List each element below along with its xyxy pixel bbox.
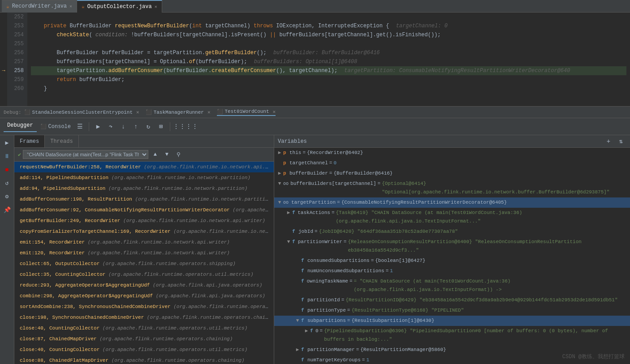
wordcount-close[interactable]: ✕	[273, 109, 276, 115]
frame-item[interactable]: copyFromSerializerToTargetChannel:169, R…	[14, 226, 274, 237]
v-btn-rerun[interactable]: ↺	[1, 177, 13, 189]
frame-item[interactable]: add:94, PipelinedSubpartition (org.apach…	[14, 183, 274, 194]
var-eq: =	[315, 227, 318, 236]
frame-item[interactable]: collect:35, CountingCollector (org.apach…	[14, 269, 274, 280]
step-into-btn[interactable]: ↓	[118, 121, 129, 132]
var-eq: =	[329, 169, 332, 178]
var-eq: =	[347, 306, 350, 315]
var-icon-oo: oo	[283, 180, 290, 188]
list-icon[interactable]: ☰	[74, 121, 85, 132]
frame-item[interactable]: add:114, PipelinedSubpartition (org.apac…	[14, 172, 274, 183]
thread-selector: ✔ "CHAIN DataSource (at main(Test...p "F…	[14, 148, 274, 162]
frames-tab[interactable]: Frames	[14, 135, 45, 147]
code-line-254: checkState( condition: !bufferBuilders[t…	[31, 30, 626, 39]
v-btn-stop[interactable]: ■	[1, 164, 13, 176]
var-expand[interactable]: ▼	[276, 180, 283, 188]
var-expand[interactable]: ▼	[285, 238, 292, 246]
var-item[interactable]: f jobId = {JobID@6420} "664df36aaa351b78…	[274, 227, 630, 237]
tab-outputcollector-label: OutputCollector.java	[87, 4, 152, 10]
var-item[interactable]: ▼ oo targetPartition = {ConsumableNotify…	[274, 197, 630, 208]
step-out-btn[interactable]: ↑	[130, 121, 141, 132]
console-tab[interactable]: ⬛ Console	[37, 121, 74, 132]
frame-item[interactable]: sortAndCombine:238, SynchronousChainedCo…	[14, 301, 274, 312]
var-val: 1	[366, 356, 369, 364]
var-item[interactable]: ▼ oo bufferBuilders[targetChannel] = {Op…	[274, 179, 630, 197]
var-item[interactable]: ▶ f taskActions = {Task@6419} "CHAIN Dat…	[274, 208, 630, 227]
frame-item[interactable]: requestNewBufferBuilder:258, RecordWrite…	[14, 162, 274, 172]
v-btn-pause[interactable]: ⏸	[1, 150, 13, 162]
tab-recordwriter[interactable]: ☕ RecordWriter.java ✕	[2, 0, 77, 13]
var-icon-p: p	[283, 169, 289, 178]
debugger-tab[interactable]: Debugger	[4, 121, 37, 132]
line-numbers: 252 253 254 255 256 257 258 259 260	[7, 13, 27, 106]
frame-item[interactable]: close:87, ChainedMapDriver (org.apache.f…	[14, 334, 274, 344]
var-item[interactable]: f partitionType = {ResultPartitionType@6…	[274, 305, 630, 316]
var-item[interactable]: ▶ p bufferBuilder = {BufferBuilder@6416}	[274, 168, 630, 179]
step-over-btn[interactable]: ↷	[105, 121, 116, 132]
frame-item[interactable]: collect:65, OutputCollector (org.apache.…	[14, 258, 274, 269]
var-item[interactable]: ▼ f partitionWriter = {ReleaseOnConsumpt…	[274, 237, 630, 256]
var-item[interactable]: ▶ f 0 = {PipelinedSubpartition@6396} "Pi…	[274, 326, 630, 345]
var-expand[interactable]: ▶	[276, 169, 283, 178]
tab-outputcollector-close[interactable]: ✕	[155, 4, 157, 9]
code-line-259: return bufferBuilder;	[31, 75, 626, 84]
var-expand[interactable]: ▶	[285, 209, 292, 217]
thread-filter-btn[interactable]: ⚲	[173, 150, 183, 159]
var-eq: =	[329, 159, 332, 167]
var-expand[interactable]: ▶	[294, 346, 301, 354]
frame-item[interactable]: emit:120, RecordWriter (org.apache.flink…	[14, 248, 274, 258]
taskmanager-close[interactable]: ✕	[207, 109, 211, 115]
var-item[interactable]: ▼ f subpartitions = {ResultSubpartition[…	[274, 316, 630, 326]
resume-btn[interactable]: ▶	[93, 121, 104, 132]
var-item[interactable]: f numUnconsumedSubpartitions = 1	[274, 266, 630, 276]
settings-btn[interactable]: ⋮⋮	[186, 121, 197, 132]
var-expand[interactable]: ▶	[276, 149, 283, 157]
tab-outputcollector[interactable]: ☕ OutputCollector.java ✕	[77, 0, 162, 13]
frame-item[interactable]: addBufferConsumer:92, ConsumableNotifyin…	[14, 205, 274, 215]
threads-tab[interactable]: Threads	[45, 135, 78, 147]
var-eq: =	[350, 277, 353, 286]
var-expand[interactable]: ▼	[276, 198, 283, 207]
wordcount-icon: ⬛	[217, 109, 223, 115]
add-var-btn[interactable]: +	[603, 136, 614, 147]
var-name: targetChannel	[289, 159, 328, 167]
var-item[interactable]: f partitionId = {ResultPartitionID@6429}…	[274, 295, 630, 305]
debug-tab-standalone[interactable]: ⬛ StandaloneSessionClusterEntrypoint ✕	[24, 109, 139, 115]
debug-label: Debug:	[4, 110, 22, 115]
tab-bar: ☕ RecordWriter.java ✕ ☕ OutputCollector.…	[0, 0, 630, 13]
thread-down-btn[interactable]: ▼	[162, 150, 172, 159]
frame-item[interactable]: addBufferConsumer:198, ResultPartition (…	[14, 194, 274, 205]
v-btn-pin[interactable]: 📌	[1, 204, 13, 216]
frames-btn[interactable]: ⋮⋮	[174, 121, 185, 132]
frame-item[interactable]: close:88, ChainedFlatMapDriver (org.apac…	[14, 355, 274, 364]
sort-var-btn[interactable]: ⇅	[616, 136, 626, 147]
frame-item[interactable]: emit:154, RecordWriter (org.apache.flink…	[14, 237, 274, 248]
debug-tab-wordcount[interactable]: ⬛ Test01WordCount ✕	[217, 109, 276, 116]
frame-item[interactable]: close:198, SynchronousChainedCombineDriv…	[14, 312, 274, 323]
evaluate-btn[interactable]: ⊞	[155, 121, 166, 132]
frame-item[interactable]: getBufferBuilder:249, RecordWriter (org.…	[14, 215, 274, 226]
frame-item[interactable]: close:40, CountingCollector (org.apache.…	[14, 344, 274, 355]
debug-tab-taskmanager[interactable]: ⬛ TaskManagerRunner ✕	[146, 109, 211, 115]
frame-item[interactable]: close:40, CountingCollector (org.apache.…	[14, 323, 274, 334]
var-icon-f: f	[301, 306, 307, 315]
var-item[interactable]: f owningTaskName = = "CHAIN DataSource (…	[274, 276, 630, 295]
v-btn-resume[interactable]: ▶	[1, 137, 13, 149]
tab-recordwriter-close[interactable]: ✕	[69, 4, 72, 9]
frame-item[interactable]: combine:298, AggregateOperator$Aggregati…	[14, 291, 274, 301]
thread-up-btn[interactable]: ▲	[150, 150, 160, 159]
frame-item[interactable]: reduce:293, AggregateOperator$Aggregatin…	[14, 280, 274, 291]
var-expand[interactable]: ▼	[294, 317, 301, 325]
var-item[interactable]: ▶ p this = {RecordWriter@6402}	[274, 148, 630, 158]
thread-select[interactable]: "CHAIN DataSource (at main(Test...p "Fli…	[23, 150, 148, 159]
debug-tab-standalone-label: StandaloneSessionClusterEntrypoint	[32, 110, 133, 115]
var-item[interactable]: p targetChannel = 0	[274, 158, 630, 168]
var-val: {Task@6419} "CHAIN DataSource (at main(T…	[336, 209, 628, 226]
var-eq: =	[344, 238, 347, 246]
var-item[interactable]: f consumedSubpartitions = {boolean[1]@64…	[274, 256, 630, 266]
v-btn-settings[interactable]: ⚙	[1, 191, 13, 202]
code-line-258: targetPartition.addBufferConsumer(buffer…	[31, 66, 626, 75]
standalone-close[interactable]: ✕	[136, 109, 139, 115]
run-to-cursor-btn[interactable]: ↻	[143, 121, 154, 132]
var-expand[interactable]: ▶	[303, 327, 310, 335]
